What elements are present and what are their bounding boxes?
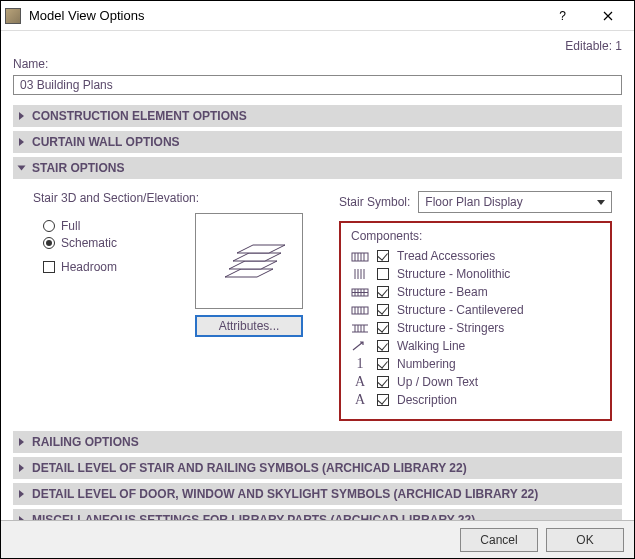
- chevron-right-icon: [19, 138, 24, 146]
- help-button[interactable]: ?: [540, 1, 585, 30]
- dialog-content: Editable: 1 Name: CONSTRUCTION ELEMENT O…: [1, 31, 634, 520]
- chevron-down-icon: [18, 166, 26, 171]
- text-icon: A: [351, 375, 369, 389]
- cancel-button[interactable]: Cancel: [460, 528, 538, 552]
- ok-button[interactable]: OK: [546, 528, 624, 552]
- checkbox-icon[interactable]: [377, 376, 389, 388]
- radio-full-label: Full: [61, 219, 80, 233]
- cant-icon: [351, 303, 369, 317]
- section-detail-door[interactable]: DETAIL LEVEL OF DOOR, WINDOW AND SKYLIGH…: [13, 483, 622, 505]
- svg-rect-2: [352, 307, 368, 314]
- section-curtain[interactable]: CURTAIN WALL OPTIONS: [13, 131, 622, 153]
- section-misc[interactable]: MISCELLANEOUS SETTINGS FOR LIBRARY PARTS…: [13, 509, 622, 520]
- stair-3d-column: Stair 3D and Section/Elevation: Full Sch…: [33, 191, 323, 421]
- section-stair[interactable]: STAIR OPTIONS: [13, 157, 622, 179]
- chevron-right-icon: [19, 112, 24, 120]
- stair-symbol-select[interactable]: Floor Plan Display: [418, 191, 612, 213]
- component-row-5: Walking Line: [351, 339, 600, 353]
- titlebar: Model View Options ?: [1, 1, 634, 31]
- attributes-button[interactable]: Attributes...: [195, 315, 303, 337]
- component-label[interactable]: Numbering: [397, 357, 456, 371]
- radio-icon: [43, 220, 55, 232]
- checkbox-icon[interactable]: [377, 250, 389, 262]
- radio-schematic[interactable]: Schematic: [43, 236, 117, 250]
- stair-symbol-label: Stair Symbol:: [339, 195, 410, 209]
- string-icon: [351, 321, 369, 335]
- checkbox-icon[interactable]: [377, 394, 389, 406]
- dialog-window: Model View Options ? Editable: 1 Name: C…: [0, 0, 635, 559]
- components-box: Components: Tread AccessoriesStructure -…: [339, 221, 612, 421]
- component-row-0: Tread Accessories: [351, 249, 600, 263]
- radio-schematic-label: Schematic: [61, 236, 117, 250]
- radio-full[interactable]: Full: [43, 219, 117, 233]
- section-railing-label: RAILING OPTIONS: [32, 435, 139, 449]
- section-misc-label: MISCELLANEOUS SETTINGS FOR LIBRARY PARTS…: [32, 513, 475, 520]
- section-detail-stair[interactable]: DETAIL LEVEL OF STAIR AND RAILING SYMBOL…: [13, 457, 622, 479]
- components-list: Tread AccessoriesStructure - MonolithicS…: [351, 249, 600, 407]
- section-stair-label: STAIR OPTIONS: [32, 161, 124, 175]
- component-label[interactable]: Structure - Monolithic: [397, 267, 510, 281]
- editable-count: Editable: 1: [13, 39, 622, 53]
- stair-preview: [195, 213, 303, 309]
- stair-symbol-column: Stair Symbol: Floor Plan Display Compone…: [339, 191, 612, 421]
- component-label[interactable]: Walking Line: [397, 339, 465, 353]
- component-row-3: Structure - Cantilevered: [351, 303, 600, 317]
- component-label[interactable]: Structure - Cantilevered: [397, 303, 524, 317]
- checkbox-icon[interactable]: [377, 304, 389, 316]
- checkbox-icon[interactable]: [377, 322, 389, 334]
- checkbox-icon[interactable]: [377, 286, 389, 298]
- name-input[interactable]: [13, 75, 622, 95]
- chevron-right-icon: [19, 438, 24, 446]
- checkbox-icon[interactable]: [377, 268, 389, 280]
- component-row-8: ADescription: [351, 393, 600, 407]
- checkbox-icon: [43, 261, 55, 273]
- chevron-right-icon: [19, 464, 24, 472]
- component-row-6: 1Numbering: [351, 357, 600, 371]
- component-row-2: Structure - Beam: [351, 285, 600, 299]
- component-label[interactable]: Up / Down Text: [397, 375, 478, 389]
- components-label: Components:: [351, 229, 600, 243]
- component-label[interactable]: Structure - Beam: [397, 285, 488, 299]
- checkbox-icon[interactable]: [377, 358, 389, 370]
- section-construction-label: CONSTRUCTION ELEMENT OPTIONS: [32, 109, 247, 123]
- preview-column: Attributes...: [195, 213, 303, 337]
- component-label[interactable]: Structure - Stringers: [397, 321, 504, 335]
- stair-3d-label: Stair 3D and Section/Elevation:: [33, 191, 323, 205]
- mono-icon: [351, 267, 369, 281]
- app-icon: [5, 8, 21, 24]
- accordion: CONSTRUCTION ELEMENT OPTIONS CURTAIN WAL…: [13, 105, 622, 520]
- chevron-right-icon: [19, 490, 24, 498]
- checkbox-icon[interactable]: [377, 340, 389, 352]
- stair-symbol-value: Floor Plan Display: [425, 195, 522, 209]
- text-icon: A: [351, 393, 369, 407]
- section-construction[interactable]: CONSTRUCTION ELEMENT OPTIONS: [13, 105, 622, 127]
- section-curtain-label: CURTAIN WALL OPTIONS: [32, 135, 180, 149]
- dialog-footer: Cancel OK: [1, 520, 634, 558]
- checkbox-headroom[interactable]: Headroom: [43, 260, 117, 274]
- section-detail-stair-label: DETAIL LEVEL OF STAIR AND RAILING SYMBOL…: [32, 461, 467, 475]
- stair-schematic-icon: [209, 226, 289, 296]
- name-label: Name:: [13, 57, 622, 71]
- component-row-1: Structure - Monolithic: [351, 267, 600, 281]
- component-label[interactable]: Description: [397, 393, 457, 407]
- stair-body: Stair 3D and Section/Elevation: Full Sch…: [13, 183, 622, 427]
- radio-icon: [43, 237, 55, 249]
- num-icon: 1: [351, 357, 369, 371]
- stair-3d-radios: Full Schematic: [43, 219, 117, 250]
- component-row-7: AUp / Down Text: [351, 375, 600, 389]
- section-railing[interactable]: RAILING OPTIONS: [13, 431, 622, 453]
- svg-rect-0: [352, 253, 368, 261]
- component-label[interactable]: Tread Accessories: [397, 249, 495, 263]
- window-title: Model View Options: [29, 8, 540, 23]
- section-detail-door-label: DETAIL LEVEL OF DOOR, WINDOW AND SKYLIGH…: [32, 487, 538, 501]
- beam-icon: [351, 285, 369, 299]
- component-row-4: Structure - Stringers: [351, 321, 600, 335]
- tread-icon: [351, 249, 369, 263]
- headroom-label: Headroom: [61, 260, 117, 274]
- close-button[interactable]: [585, 1, 630, 30]
- walk-icon: [351, 339, 369, 353]
